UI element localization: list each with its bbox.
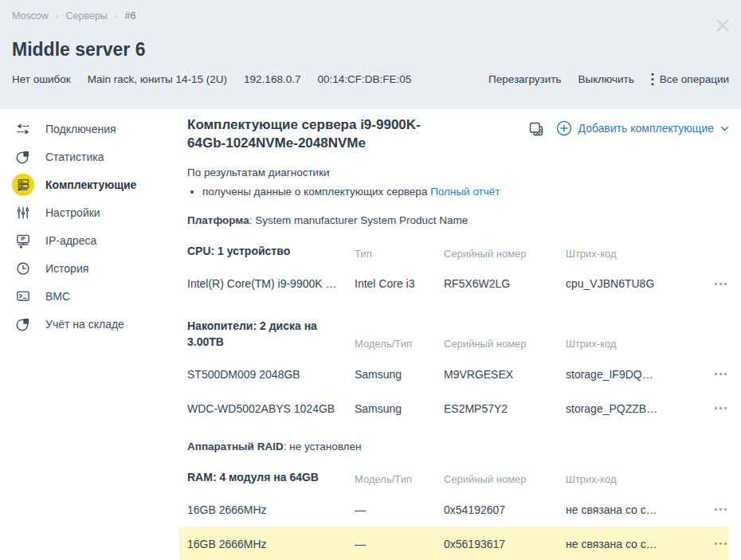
raid-line: Аппаратный RAID: не установлен [187,441,729,452]
column-header-serial: Серийный номер [444,338,566,350]
terminal-icon [12,285,34,307]
storage-section-title: Накопители: 2 диска на 3.00TB [187,318,355,350]
column-header-model-type: Модель/Тип [355,338,444,350]
status-bar: Нет ошибок Main rack, юниты 14-15 (2U) 1… [12,72,729,86]
all-operations-button[interactable]: Все операции [651,72,729,86]
column-header-serial: Серийный номер [444,473,566,485]
component-type: — [355,503,444,516]
full-report-link[interactable]: Полный отчёт [430,186,500,198]
sidebar-item-ip-addresses[interactable]: IP IP-адреса [0,226,187,254]
ram-row: 16GB 2666MHz — 0x54192607 не связана со … [187,492,729,527]
add-components-button[interactable]: Добавить комплектующие [556,120,729,136]
storage-section: Накопители: 2 диска на 3.00TB Модель/Тип… [187,301,729,426]
page-title: Middle server 6 [12,39,729,61]
rack-location: Main rack, юниты 14-15 (2U) [88,73,227,85]
sidebar-item-bmc[interactable]: BMC [0,282,187,310]
server-components-icon [12,174,34,196]
components-panel: Комплектующие сервера i9-9900K-64Gb-1024… [187,109,741,560]
error-status: Нет ошибок [12,73,71,85]
component-barcode: storage_IF9DQ… [566,368,708,381]
dots-icon [715,407,717,409]
copy-components-button[interactable] [527,120,545,138]
breadcrumb: Moscow › Серверы › #6 [12,0,729,22]
pie-chart-icon [12,313,34,335]
sidebar-item-history[interactable]: История [0,254,187,282]
row-menu-button[interactable] [712,492,729,527]
copy-icon [527,120,545,138]
row-menu-button[interactable] [712,357,729,391]
row-menu-button[interactable] [712,267,729,301]
raid-label: Аппаратный RAID [187,441,284,452]
sidebar-item-label: Комплектующие [45,178,136,191]
column-header-barcode: Штрих-код [566,473,708,485]
plus-circle-icon [556,120,572,136]
sidebar-item-label: Статистика [45,151,104,163]
component-barcode: storage_PQZZB… [566,402,708,415]
component-serial: ES2MP57Y2 [444,402,566,415]
sidebar-item-label: История [45,262,88,275]
diagnostics-item: получены данные о комплектующих сервера … [202,186,729,198]
component-name: WDC-WD5002ABYS 1024GB [187,402,355,415]
add-components-label: Добавить комплектующие [578,122,714,135]
sidebar: Подключения Статистика Комплектующие [0,109,187,560]
breadcrumb-item-servers[interactable]: Серверы [66,10,108,22]
component-type: Samsung [355,368,444,381]
sidebar-item-components[interactable]: Комплектующие [0,170,187,198]
pie-chart-icon [12,146,34,168]
column-header-type: Тип [355,248,444,260]
component-type: — [355,538,444,550]
dots-icon [715,283,717,285]
sidebar-item-label: Настройки [45,206,100,219]
kebab-menu-icon [651,72,654,86]
row-menu-button[interactable] [712,391,729,425]
platform-line: Платформа: System manufacturer System Pr… [187,214,729,226]
diagnostics-intro: По результатам диагностики [187,166,729,178]
breadcrumb-item-moscow[interactable]: Moscow [12,10,49,22]
dots-icon [715,508,717,511]
ram-section: RAM: 4 модуля на 64GB Модель/Тип Серийны… [187,452,729,560]
component-name: 16GB 2666MHz [187,503,355,516]
shutdown-button[interactable]: Выключить [578,73,634,85]
platform-value: : System manufacturer System Product Nam… [249,214,469,226]
close-button[interactable] [716,18,730,33]
row-menu-button[interactable] [712,527,729,560]
all-operations-label: Все операции [660,73,729,85]
diagnostics-list: получены данные о комплектующих сервера … [187,186,729,198]
sidebar-item-connections[interactable]: Подключения [0,115,187,143]
sidebar-item-label: Учёт на складе [45,318,124,331]
column-header-model-type: Модель/Тип [355,473,444,485]
sidebar-item-statistics[interactable]: Статистика [0,143,187,170]
diagnostics-item-text: получены данные о комплектующих сервера [202,186,427,198]
svg-text:IP: IP [21,236,26,241]
cpu-section: CPU: 1 устройство Тип Серийный номер Штр… [187,226,729,300]
component-name: ST500DM009 2048GB [187,368,355,381]
ip-address: 192.168.0.7 [244,73,300,85]
raid-value: : не установлен [284,441,362,452]
component-serial: 0x56193617 [444,538,566,550]
component-name: 16GB 2666MHz [187,538,355,550]
component-serial: M9VRGESEX [444,368,566,381]
storage-row: ST500DM009 2048GB Samsung M9VRGESEX stor… [187,357,729,391]
breadcrumb-separator-icon: › [56,11,59,21]
reboot-button[interactable]: Перезагрузить [488,73,562,85]
components-heading: Комплектующие сервера i9-9900K-64Gb-1024… [187,116,454,152]
cpu-table-header: CPU: 1 устройство Тип Серийный номер Штр… [187,226,729,266]
component-type: Samsung [355,402,444,415]
clock-icon [12,257,34,280]
component-barcode: не связана со с… [566,503,708,516]
storage-table-header: Накопители: 2 диска на 3.00TB Модель/Тип… [187,301,729,358]
column-header-serial: Серийный номер [444,248,566,260]
sidebar-item-settings[interactable]: Настройки [0,198,187,226]
ram-row-highlighted: 16GB 2666MHz — 0x56193617 не связана со … [187,527,729,560]
dots-icon [715,373,717,375]
breadcrumb-separator-icon: › [115,11,118,21]
component-barcode: cpu_VJBN6TU8G [566,277,708,290]
sliders-icon [12,202,34,224]
component-serial: 0x54192607 [444,503,566,516]
sidebar-item-label: IP-адреса [45,234,96,247]
sidebar-item-warehouse[interactable]: Учёт на складе [0,310,187,338]
component-serial: RF5X6W2LG [444,277,566,290]
mac-address: 00:14:CF:DB:FE:05 [317,73,411,85]
dots-icon [715,542,717,545]
ram-section-title: RAM: 4 модуля на 64GB [187,469,355,485]
